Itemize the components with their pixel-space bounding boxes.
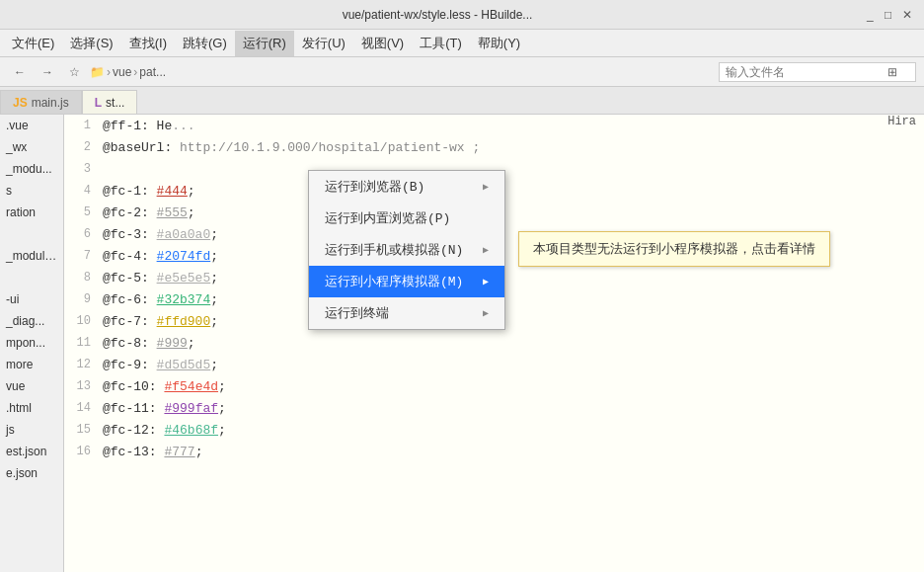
breadcrumb-arrow: ›	[107, 65, 111, 79]
line-num-7: 7	[64, 249, 99, 263]
main-area: .vue _wx _modu... s ration _modules -ui …	[0, 115, 924, 572]
breadcrumb-vue[interactable]: vue	[113, 65, 131, 79]
file-search-input[interactable]	[726, 65, 884, 79]
menu-help[interactable]: 帮助(Y)	[470, 31, 528, 56]
close-button[interactable]: ✕	[902, 8, 916, 22]
menu-bar: 文件(E) 选择(S) 查找(I) 跳转(G) 运行(R) 发行(U) 视图(V…	[0, 30, 924, 57]
sidebar-item-s[interactable]: s	[0, 180, 63, 202]
line-content-14: @fc-11: #999faf;	[99, 401, 924, 416]
sidebar-item-vue[interactable]: .vue	[0, 115, 63, 136]
sidebar-item-ui[interactable]: -ui	[0, 288, 63, 310]
menu-tools[interactable]: 工具(T)	[412, 31, 470, 56]
line-num-13: 13	[64, 379, 99, 393]
sidebar: .vue _wx _modu... s ration _modules -ui …	[0, 115, 64, 572]
code-line-16: 16 @fc-13: #777;	[64, 441, 924, 462]
file-search-container: ⊞	[719, 62, 916, 82]
code-line-14: 14 @fc-11: #999faf;	[64, 397, 924, 419]
title-controls: _ □ ✕	[867, 8, 916, 22]
line-num-2: 2	[64, 140, 99, 154]
run-builtin-label: 运行到内置浏览器(P)	[325, 209, 450, 227]
menu-run[interactable]: 运行(R)	[235, 31, 294, 56]
run-browser-arrow: ▶	[483, 181, 489, 193]
line-content-11: @fc-8: #999;	[99, 336, 924, 351]
line-num-12: 12	[64, 358, 99, 371]
line-content-2: @baseUrl: http://10.1.9.000/hospital/pat…	[99, 140, 924, 155]
code-line-15: 15 @fc-12: #46b68f;	[64, 419, 924, 441]
menu-publish[interactable]: 发行(U)	[294, 31, 353, 56]
forward-button[interactable]: →	[36, 63, 59, 81]
editor-hint: Hira	[887, 115, 916, 128]
maximize-button[interactable]: □	[885, 8, 898, 22]
line-num-5: 5	[64, 205, 99, 219]
run-browser-label: 运行到浏览器(B)	[325, 178, 424, 196]
tab-bar: JS main.js L st...	[0, 87, 924, 115]
breadcrumb: 📁 › vue › pat...	[90, 65, 166, 79]
line-num-16: 16	[64, 445, 99, 458]
tab-style-label: st...	[106, 96, 124, 110]
line-content-9: @fc-6: #32b374;	[99, 292, 924, 307]
sidebar-item-mpon[interactable]: mpon...	[0, 332, 63, 354]
code-editor[interactable]: 1 @ff-1: He... Hira 2 @baseUrl: http://1…	[64, 115, 924, 572]
run-mobile-arrow: ▶	[483, 244, 489, 256]
menu-run-builtin[interactable]: 运行到内置浏览器(P)	[309, 203, 504, 234]
line-num-9: 9	[64, 292, 99, 306]
line-num-10: 10	[64, 314, 99, 328]
code-line-2: 2 @baseUrl: http://10.1.9.000/hospital/p…	[64, 136, 924, 158]
run-dropdown-menu: 运行到浏览器(B) ▶ 运行到内置浏览器(P) 运行到手机或模拟器(N) ▶ 运…	[308, 170, 505, 330]
line-content-13: @fc-10: #f54e4d;	[99, 379, 924, 394]
run-terminal-arrow: ▶	[483, 307, 489, 319]
sidebar-item-blank1	[0, 223, 63, 245]
code-line-1: 1 @ff-1: He... Hira	[64, 115, 924, 136]
sidebar-item-html[interactable]: .html	[0, 397, 63, 419]
sidebar-item-modu[interactable]: _modu...	[0, 158, 63, 180]
sidebar-item-vue2[interactable]: vue	[0, 375, 63, 397]
line-content-1: @ff-1: He...	[99, 119, 924, 133]
sidebar-item-ration[interactable]: ration	[0, 202, 63, 223]
menu-edit[interactable]: 选择(S)	[62, 31, 120, 56]
breadcrumb-pat[interactable]: pat...	[139, 65, 166, 79]
line-content-10: @fc-7: #ffd900;	[99, 314, 924, 329]
menu-run-terminal[interactable]: 运行到终端 ▶	[309, 297, 504, 329]
back-button[interactable]: ←	[8, 63, 32, 81]
code-line-12: 12 @fc-9: #d5d5d5;	[64, 354, 924, 375]
title-bar: vue/patient-wx/style.less - HBuilde... _…	[0, 0, 924, 30]
sidebar-item-estjson[interactable]: est.json	[0, 441, 63, 462]
line-content-12: @fc-9: #d5d5d5;	[99, 358, 924, 372]
run-miniprogram-label: 运行到小程序模拟器(M)	[325, 273, 463, 290]
menu-run-browser[interactable]: 运行到浏览器(B) ▶	[309, 171, 504, 203]
folder-icon: 📁	[90, 65, 105, 79]
line-num-15: 15	[64, 423, 99, 437]
line-num-3: 3	[64, 162, 99, 176]
code-line-13: 13 @fc-10: #f54e4d;	[64, 375, 924, 397]
menu-run-miniprogram[interactable]: 运行到小程序模拟器(M) ▶	[309, 266, 504, 297]
line-num-14: 14	[64, 401, 99, 415]
line-num-8: 8	[64, 271, 99, 285]
menu-view[interactable]: 视图(V)	[353, 31, 412, 56]
sidebar-item-ejson[interactable]: e.json	[0, 462, 63, 484]
line-content-8: @fc-5: #e5e5e5;	[99, 271, 924, 286]
star-button[interactable]: ☆	[63, 63, 86, 81]
line-num-11: 11	[64, 336, 99, 350]
line-num-1: 1	[64, 119, 99, 132]
line-content-7: @fc-4: #2074fd;	[99, 249, 924, 264]
toolbar: ← → ☆ 📁 › vue › pat... ⊞	[0, 57, 924, 87]
run-mobile-label: 运行到手机或模拟器(N)	[325, 241, 463, 259]
tab-mainjs[interactable]: JS main.js	[0, 90, 82, 114]
menu-run-mobile[interactable]: 运行到手机或模拟器(N) ▶	[309, 234, 504, 266]
filter-icon[interactable]: ⊞	[887, 65, 897, 79]
sidebar-item-wx[interactable]: _wx	[0, 136, 63, 158]
code-line-11: 11 @fc-8: #999;	[64, 332, 924, 354]
sidebar-item-more[interactable]: more	[0, 354, 63, 375]
sidebar-item-modules[interactable]: _modules	[0, 245, 63, 267]
menu-goto[interactable]: 跳转(G)	[175, 31, 235, 56]
tab-js-indicator: JS	[13, 96, 28, 110]
sidebar-item-diag[interactable]: _diag...	[0, 310, 63, 332]
sidebar-item-js[interactable]: js	[0, 419, 63, 441]
title-text: vue/patient-wx/style.less - HBuilde...	[8, 8, 867, 22]
menu-find[interactable]: 查找(I)	[121, 31, 175, 56]
menu-file[interactable]: 文件(E)	[4, 31, 62, 56]
line-content-16: @fc-13: #777;	[99, 445, 924, 459]
minimize-button[interactable]: _	[867, 8, 881, 22]
tab-style-less[interactable]: L st...	[82, 90, 138, 114]
line-content-6: @fc-3: #a0a0a0;	[99, 227, 924, 242]
